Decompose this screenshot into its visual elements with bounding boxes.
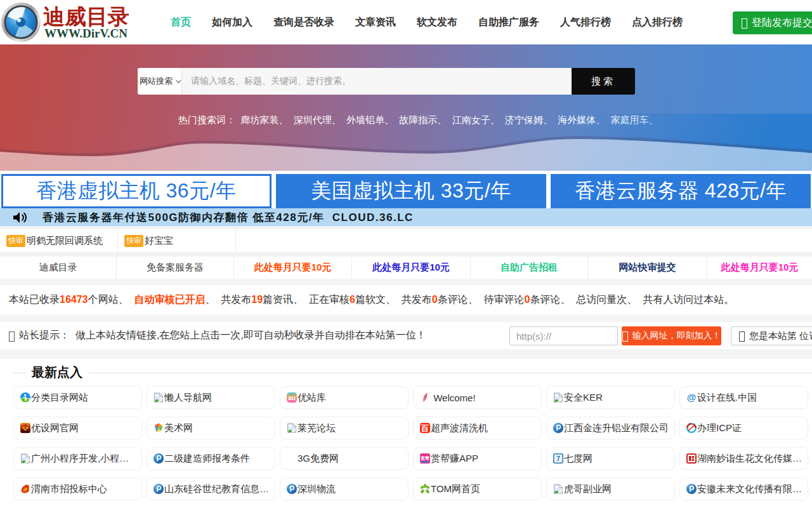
svg-text:@: @ bbox=[687, 392, 697, 403]
svg-text:赏帮: 赏帮 bbox=[420, 456, 429, 461]
svg-text:7: 7 bbox=[556, 455, 560, 462]
svg-text:百: 百 bbox=[421, 424, 429, 433]
svg-text:au: au bbox=[288, 394, 296, 401]
